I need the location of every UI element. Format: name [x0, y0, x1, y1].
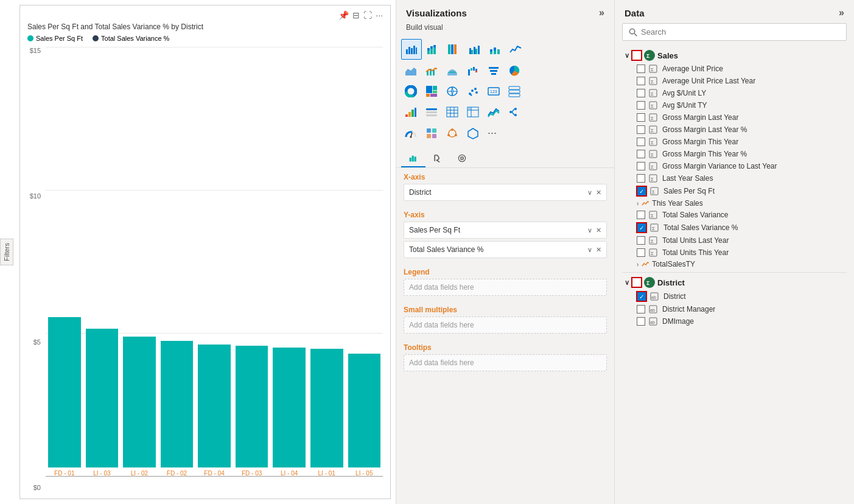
- viz-stacked-bar[interactable]: [423, 39, 443, 60]
- viz-line-area[interactable]: [484, 102, 503, 122]
- viz-more[interactable]: ···: [484, 123, 500, 143]
- viz-bar-chart[interactable]: [401, 39, 422, 60]
- sales-section-checkbox[interactable]: [632, 51, 642, 60]
- checkbox-total-units-ly[interactable]: [637, 236, 645, 245]
- checkbox-sales-per-sqft[interactable]: ✓: [637, 186, 646, 196]
- x-axis-field-box[interactable]: District ∨ ✕: [404, 184, 607, 201]
- viz-map[interactable]: [443, 82, 462, 101]
- field-gm-ly[interactable]: Σ Gross Margin Last Year: [634, 111, 847, 124]
- field-district-manager[interactable]: ab District Manager: [634, 303, 847, 315]
- viz-report-page[interactable]: [422, 123, 441, 143]
- checkbox-gm-ly[interactable]: [637, 113, 645, 122]
- close-icon[interactable]: ✕: [596, 189, 601, 197]
- field-total-sales-var[interactable]: Σ Total Sales Variance: [634, 209, 847, 221]
- tab-analytics[interactable]: [450, 149, 474, 167]
- sales-collapse-btn[interactable]: ∨: [625, 52, 629, 60]
- viz-slicer[interactable]: [422, 102, 441, 122]
- checkbox-gm-ty-pct[interactable]: [637, 150, 645, 158]
- field-total-sales-var-pct[interactable]: ✓ Σ Total Sales Variance %: [634, 221, 847, 234]
- checkbox-gm-ty[interactable]: [637, 138, 645, 146]
- field-district[interactable]: ✓ ab District: [634, 290, 847, 303]
- checkbox-avg-unit-ly[interactable]: [637, 89, 645, 97]
- bar[interactable]: [310, 349, 343, 467]
- district-collapse-btn[interactable]: ∨: [625, 279, 629, 287]
- viz-treemap[interactable]: [422, 82, 441, 101]
- tooltips-field-box[interactable]: Add data fields here: [404, 354, 607, 371]
- district-section-header[interactable]: ∨ Σ District: [622, 275, 847, 290]
- this-year-sales-subgroup[interactable]: › This Year Sales: [634, 198, 847, 209]
- more-icon[interactable]: ···: [376, 10, 383, 20]
- viz-pie[interactable]: [505, 61, 524, 80]
- viz-line[interactable]: [506, 39, 525, 60]
- field-gm-ly-pct[interactable]: Σ Gross Margin Last Year %: [634, 124, 847, 136]
- field-avg-unit-ly[interactable]: Σ Avg $/Unit LY: [634, 87, 847, 99]
- checkbox-gm-var-ly[interactable]: [637, 162, 645, 170]
- checkbox-dmimage[interactable]: [637, 317, 645, 326]
- checkbox-total-units-ty[interactable]: [637, 248, 645, 257]
- field-avg-unit-price-ly[interactable]: Σ Average Unit Price Last Year: [634, 75, 847, 87]
- small-multiples-field-box[interactable]: Add data fields here: [404, 317, 607, 334]
- close-icon-2[interactable]: ✕: [596, 246, 601, 254]
- chevron-down-icon-1[interactable]: ∨: [587, 226, 592, 234]
- viz-stacked-col[interactable]: [485, 39, 505, 60]
- close-icon-1[interactable]: ✕: [596, 226, 601, 234]
- bar[interactable]: [123, 337, 156, 467]
- legend-field-box[interactable]: Add data fields here: [404, 279, 607, 296]
- y-axis-field-box-2[interactable]: Total Sales Variance % ∨ ✕: [404, 241, 607, 258]
- field-avg-unit-ty[interactable]: Σ Avg $/Unit TY: [634, 99, 847, 111]
- bar[interactable]: [198, 345, 231, 467]
- tab-format[interactable]: [425, 149, 450, 167]
- chevron-down-icon[interactable]: ∨: [587, 189, 592, 197]
- sales-section-header[interactable]: ∨ Σ Sales: [622, 48, 847, 63]
- tab-build-visual[interactable]: [401, 149, 425, 167]
- field-avg-unit-price[interactable]: Σ Average Unit Price: [634, 63, 847, 75]
- filters-tab[interactable]: Filters: [0, 239, 13, 265]
- bar[interactable]: [348, 354, 381, 467]
- viz-multi-row-card[interactable]: [505, 82, 524, 101]
- y-axis-field-box-1[interactable]: Sales Per Sq Ft ∨ ✕: [404, 222, 607, 239]
- district-section-checkbox[interactable]: [632, 278, 642, 287]
- viz-shape-map[interactable]: [463, 123, 483, 143]
- bar[interactable]: [236, 346, 268, 467]
- checkbox-total-sales-var[interactable]: [637, 211, 645, 219]
- field-gm-ty-pct[interactable]: Σ Gross Margin This Year %: [634, 148, 847, 160]
- viz-combo[interactable]: [422, 61, 441, 80]
- field-total-units-ly[interactable]: Σ Total Units Last Year: [634, 234, 847, 247]
- checkbox-avg-unit-ty[interactable]: [637, 101, 645, 110]
- field-total-units-ty[interactable]: Σ Total Units This Year: [634, 247, 847, 259]
- checkbox-district-manager[interactable]: [637, 305, 645, 313]
- viz-funnel[interactable]: [484, 61, 503, 80]
- viz-ribbon[interactable]: [443, 61, 462, 80]
- viz-kpi[interactable]: [401, 102, 421, 122]
- bar[interactable]: [86, 329, 119, 467]
- viz-donut[interactable]: [401, 82, 421, 101]
- viz-waterfall[interactable]: [463, 61, 483, 80]
- total-sales-ty-subgroup[interactable]: › TotalSalesTY: [634, 259, 847, 270]
- bar[interactable]: [48, 317, 81, 467]
- checkbox-avg-unit-price[interactable]: [637, 65, 645, 73]
- expand-icon[interactable]: ⛶: [363, 10, 372, 20]
- field-ly-sales[interactable]: Σ Last Year Sales: [634, 172, 847, 184]
- field-sales-per-sqft[interactable]: ✓ Σ Sales Per Sq Ft: [634, 184, 847, 198]
- bar[interactable]: [273, 348, 306, 467]
- field-gm-ty[interactable]: Σ Gross Margin This Year: [634, 136, 847, 148]
- viz-matrix[interactable]: [463, 102, 483, 122]
- checkbox-ly-sales[interactable]: [637, 174, 645, 183]
- checkbox-avg-unit-price-ly[interactable]: [637, 77, 645, 85]
- viz-collapse-icon[interactable]: »: [599, 7, 604, 18]
- bar[interactable]: [161, 341, 194, 467]
- viz-100-bar[interactable]: [444, 39, 463, 60]
- search-input[interactable]: [641, 27, 840, 37]
- viz-card[interactable]: 123: [484, 82, 503, 101]
- viz-scatter[interactable]: [463, 82, 483, 101]
- viz-area[interactable]: [401, 61, 421, 80]
- viz-table[interactable]: [443, 102, 462, 122]
- data-collapse-icon[interactable]: »: [839, 7, 844, 18]
- viz-custom[interactable]: [443, 123, 462, 143]
- checkbox-gm-ly-pct[interactable]: [637, 125, 645, 134]
- pin-icon[interactable]: 📌: [338, 10, 349, 20]
- viz-gauge[interactable]: [401, 123, 421, 143]
- field-dmimage[interactable]: ab DMImage: [634, 315, 847, 327]
- viz-decomp-tree[interactable]: [505, 102, 524, 122]
- chevron-down-icon-2[interactable]: ∨: [587, 246, 592, 254]
